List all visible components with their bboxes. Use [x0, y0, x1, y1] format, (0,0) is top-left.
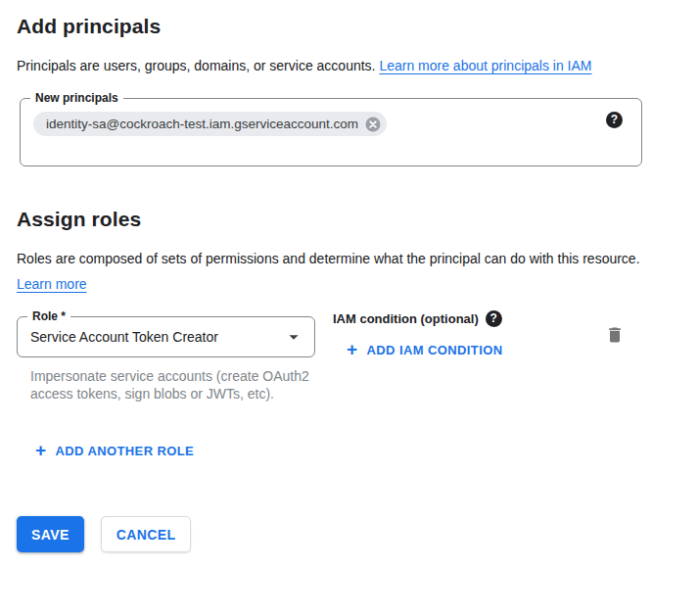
role-selected-value: Service Account Token Creator: [30, 329, 218, 345]
new-principals-help-icon[interactable]: ?: [606, 112, 623, 128]
iam-condition-label-row: IAM condition (optional) ?: [333, 310, 558, 327]
principal-chip: identity-sa@cockroach-test.iam.gservicea…: [33, 112, 387, 136]
cancel-button[interactable]: CANCEL: [101, 516, 192, 552]
delete-role-column: [605, 325, 625, 349]
learn-more-principals-link[interactable]: Learn more about principals in IAM: [379, 58, 591, 73]
plus-icon: +: [35, 441, 47, 459]
principal-chip-remove-button[interactable]: [364, 116, 382, 133]
close-icon: [364, 116, 382, 133]
assign-roles-description-text: Roles are composed of sets of permission…: [17, 251, 640, 266]
new-principals-field[interactable]: New principals identity-sa@cockroach-tes…: [20, 98, 642, 166]
principals-description: Principals are users, groups, domains, o…: [17, 53, 658, 78]
new-principals-label: New principals: [30, 90, 123, 107]
add-another-role-label: ADD ANOTHER ROLE: [56, 444, 195, 458]
assign-roles-title: Assign roles: [17, 207, 698, 232]
role-label: Role *: [27, 308, 70, 325]
save-button[interactable]: SAVE: [17, 516, 84, 552]
role-column: Role * Service Account Token Creator Imp…: [17, 316, 315, 403]
delete-role-button[interactable]: [605, 325, 625, 345]
add-another-role-button[interactable]: + ADD ANOTHER ROLE: [35, 442, 194, 460]
assign-roles-description: Roles are composed of sets of permission…: [17, 246, 658, 297]
iam-condition-help-icon[interactable]: ?: [486, 310, 502, 327]
role-row: Role * Service Account Token Creator Imp…: [17, 316, 642, 403]
add-iam-condition-button[interactable]: + ADD IAM CONDITION: [347, 341, 502, 359]
plus-icon: +: [347, 340, 358, 358]
dropdown-arrow-icon: [283, 326, 304, 348]
learn-more-roles-link[interactable]: Learn more: [17, 276, 87, 292]
role-helper-text: Impersonate service accounts (create OAu…: [30, 367, 316, 403]
principals-description-text: Principals are users, groups, domains, o…: [17, 58, 379, 73]
iam-condition-label: IAM condition (optional): [333, 311, 479, 326]
add-principals-panel: Add principals Principals are users, gro…: [0, 0, 698, 616]
trash-icon: [605, 325, 625, 345]
role-select[interactable]: Role * Service Account Token Creator: [17, 316, 315, 357]
page-title: Add principals: [17, 14, 698, 39]
principal-chip-text: identity-sa@cockroach-test.iam.gservicea…: [46, 117, 358, 131]
footer-actions: SAVE CANCEL: [17, 516, 698, 552]
add-iam-condition-label: ADD IAM CONDITION: [367, 343, 503, 357]
iam-condition-column: IAM condition (optional) ? + ADD IAM CON…: [333, 310, 558, 360]
